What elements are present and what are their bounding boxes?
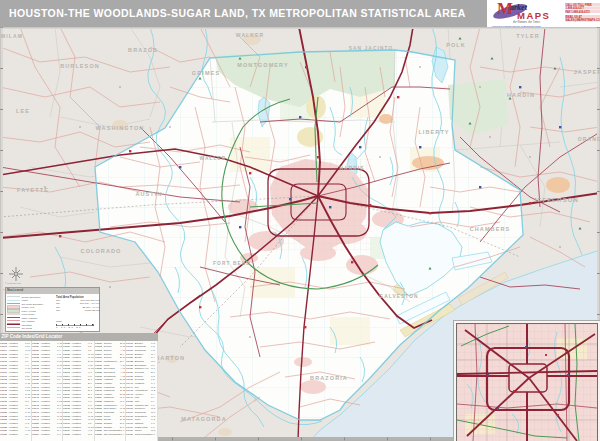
legend-swatch	[7, 312, 20, 315]
zip-index-row: 77054HoustonL-9	[32, 432, 64, 436]
legend-item: Interstate	[7, 322, 53, 325]
county-label: JEFFERSON	[533, 197, 579, 203]
legend-item-label: State Highway	[22, 315, 38, 318]
legend-swatch	[7, 305, 20, 308]
logo-tagline: the Ranges, the Times	[513, 20, 563, 23]
legend-swatch	[7, 302, 20, 305]
main-map: MILAMBURLESONBRAZOSLEEWASHINGTONGRIMESWA…	[0, 27, 600, 441]
county-label: BRAZORIA	[310, 375, 348, 381]
county-label: HARDIN	[507, 92, 535, 98]
legend-item: Urban Area	[7, 305, 53, 308]
county-label: WASHINGTON	[96, 125, 145, 131]
inset-artwork	[457, 324, 597, 441]
legend-box: Map Legend County BoundaryWaterZIP Code …	[5, 287, 100, 332]
legend-item-label: Water	[22, 298, 29, 301]
zip-index-row: 77080HoustonG-7	[63, 432, 95, 436]
zip-index-row: 77381The WoodlandsC-9	[95, 432, 127, 436]
zip-index-column: 77002HoustonJ-1077003HoustonJ-1077004Hou…	[0, 341, 32, 441]
product-map-page: { "header": { "title": "HOUSTON-THE WOOD…	[0, 0, 600, 441]
zip-index-column: 77055HoustonH-777056HoustonJ-877057Houst…	[63, 341, 95, 441]
county-label: CHAMBERS	[470, 226, 511, 232]
legend-item: State Highway	[7, 315, 53, 318]
legend-swatch	[7, 326, 20, 329]
county-label: HARRIS	[340, 166, 365, 171]
legend-items: County BoundaryWaterZIP Code BoundaryUrb…	[7, 295, 53, 329]
zip-index-column: 77401BellaireK-877406RichmondL-577407Ric…	[126, 341, 158, 441]
zip-index-title: ZIP Code Index/Grid Locator	[0, 333, 79, 338]
legend-swatch	[7, 298, 20, 301]
legend-item-label: Toll Road	[22, 326, 32, 329]
county-label: WALKER	[236, 32, 264, 38]
legend-item-label: Interstate	[22, 322, 32, 325]
legend-item-label: Local Road	[22, 312, 35, 315]
county-label: LIBERTY	[418, 129, 449, 135]
county-label: JASPER	[574, 69, 600, 75]
county-label: WALLER	[200, 156, 227, 161]
population-heading: Total Area Population	[56, 295, 100, 298]
downtown-inset-map	[456, 323, 598, 441]
county-label: MILAM	[1, 33, 23, 39]
legend-swatch	[7, 309, 20, 312]
legend-item: Water	[7, 298, 53, 301]
contact-line: SALES@MARKETMAPS.COM	[565, 19, 600, 22]
county-label: ORANGE	[578, 136, 600, 142]
county-label: GRIMES	[192, 70, 220, 76]
county-label: MONTGOMERY	[237, 62, 288, 68]
legend-item-label: Urban Area	[22, 305, 35, 308]
legend-item: Toll Road	[7, 326, 53, 329]
legend-item: Park / Forest	[7, 308, 53, 311]
legend-swatch	[7, 295, 20, 298]
contact-email-block: EMAIL US ATSALES@MARKETMAPS.COM	[565, 15, 600, 22]
zip-index-column: 77301ConroeB-1077302ConroeC-1177303Conro…	[95, 341, 127, 441]
legend-title: Map Legend	[6, 288, 53, 291]
county-label: POLK	[446, 42, 466, 48]
zip-index-header: ZIP Code Index/Grid Locator	[0, 333, 158, 341]
county-label: FORT BEND	[213, 261, 251, 266]
zip-index-column: 77028HoustonH-1177029HoustonJ-1277030Hou…	[32, 341, 64, 441]
legend-item-label: US Highway	[22, 319, 36, 322]
copyright-note: © MarketMAPS	[5, 282, 21, 285]
legend-swatch	[7, 319, 20, 322]
legend-item-label: County Boundary	[22, 295, 41, 298]
legend-item-label: ZIP Code Boundary	[22, 302, 44, 305]
legend-swatch	[7, 323, 20, 326]
county-label: MATAGORDA	[181, 416, 226, 422]
legend-item: US Highway	[7, 319, 53, 322]
legend-swatch	[7, 316, 20, 319]
county-label: BURLESON	[60, 63, 100, 69]
county-label: LEE	[16, 108, 30, 114]
county-label: FAYETTE	[17, 187, 49, 193]
legend-item-label: Park / Forest	[22, 309, 36, 312]
population-row: CityUnder 25,000	[56, 308, 100, 311]
zip-index-row: 77027HoustonJ-9	[0, 432, 32, 436]
scale-bar: Miles0 10 20 30	[56, 315, 94, 328]
county-label: AUSTIN	[135, 191, 162, 197]
contact-phone-block: CALL US TOLL FREE1-888-434-6277FAX 1-888…	[565, 3, 600, 14]
county-label: GALVESTON	[379, 294, 418, 299]
legend-population: Total Area Population City500,000 and ov…	[56, 295, 100, 311]
zip-index-table: 77002HoustonJ-1077003HoustonJ-1077004Hou…	[0, 341, 158, 441]
zip-index-row: 77486West ColumbiaP-6	[126, 432, 158, 436]
contact-line: FAX 1-888-434-6272	[565, 10, 600, 13]
county-label: SAN JACINTO	[349, 46, 394, 51]
legend-item: Local Road	[7, 312, 53, 315]
marketmaps-logo: M arket MAPS the Ranges, the Times Ameri…	[487, 0, 600, 27]
county-label: BRAZOS	[128, 47, 158, 53]
map-title: HOUSTON-THE WOODLANDS-SUGAR LAND, TX MET…	[9, 7, 466, 19]
county-label: TYLER	[516, 33, 540, 39]
county-label: COLORADO	[81, 248, 122, 254]
legend-item: County Boundary	[7, 295, 53, 298]
